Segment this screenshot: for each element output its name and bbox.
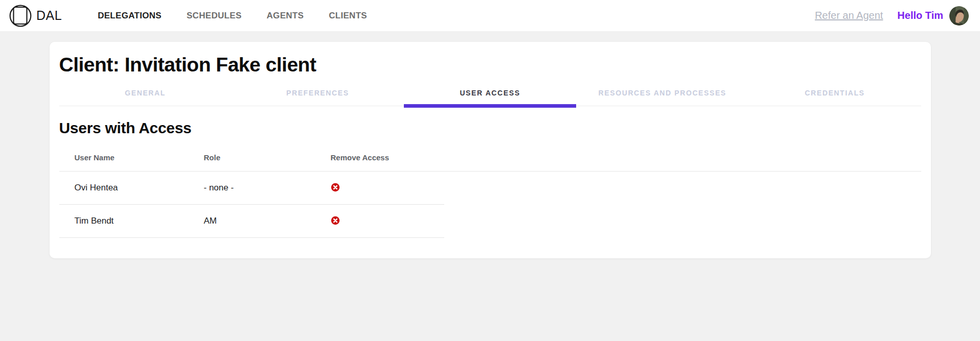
role-cell: - none - [204, 183, 331, 193]
user-greeting[interactable]: Hello Tim [897, 10, 943, 21]
nav-item-delegations[interactable]: DELEGATIONS [98, 11, 162, 21]
client-detail-card: Client: Invitation Fake client GENERAL P… [50, 42, 931, 258]
table-row: Ovi Hentea - none - [59, 172, 444, 205]
main-nav: DELEGATIONS SCHEDULES AGENTS CLIENTS [98, 11, 367, 21]
brand-text: DAL [36, 8, 62, 23]
nav-item-agents[interactable]: AGENTS [267, 11, 304, 21]
table-body: Ovi Hentea - none - Tim Bendt AM [59, 172, 444, 238]
tab-resources-and-processes[interactable]: RESOURCES AND PROCESSES [576, 83, 748, 106]
tab-user-access[interactable]: USER ACCESS [404, 83, 576, 106]
brand-logo-link[interactable]: DAL [9, 5, 62, 27]
user-name-cell: Ovi Hentea [75, 183, 204, 193]
section-title-users-with-access: Users with Access [59, 118, 921, 138]
user-avatar[interactable] [949, 6, 969, 26]
client-tabs: GENERAL PREFERENCES USER ACCESS RESOURCE… [59, 83, 921, 106]
table-header-row: User Name Role Remove Access [59, 144, 921, 172]
top-navigation: DAL DELEGATIONS SCHEDULES AGENTS CLIENTS… [0, 0, 980, 31]
column-header-role: Role [204, 153, 331, 162]
role-cell: AM [204, 216, 331, 226]
users-access-table: User Name Role Remove Access Ovi Hentea … [59, 144, 921, 238]
nav-item-clients[interactable]: CLIENTS [329, 11, 367, 21]
column-header-user-name: User Name [75, 153, 204, 162]
nav-item-schedules[interactable]: SCHEDULES [187, 11, 242, 21]
remove-access-icon [331, 183, 340, 193]
table-row: Tim Bendt AM [59, 205, 444, 238]
tab-general[interactable]: GENERAL [59, 83, 232, 106]
refer-an-agent-link[interactable]: Refer an Agent [815, 10, 883, 21]
remove-access-icon [331, 216, 340, 227]
tab-preferences[interactable]: PREFERENCES [232, 83, 404, 106]
remove-access-button[interactable] [331, 183, 340, 192]
column-header-remove-access: Remove Access [331, 153, 921, 162]
dal-logo-icon [9, 5, 32, 27]
remove-access-button[interactable] [331, 216, 340, 226]
tab-credentials[interactable]: CREDENTIALS [748, 83, 921, 106]
user-name-cell: Tim Bendt [75, 216, 204, 226]
page-title: Client: Invitation Fake client [59, 42, 921, 77]
